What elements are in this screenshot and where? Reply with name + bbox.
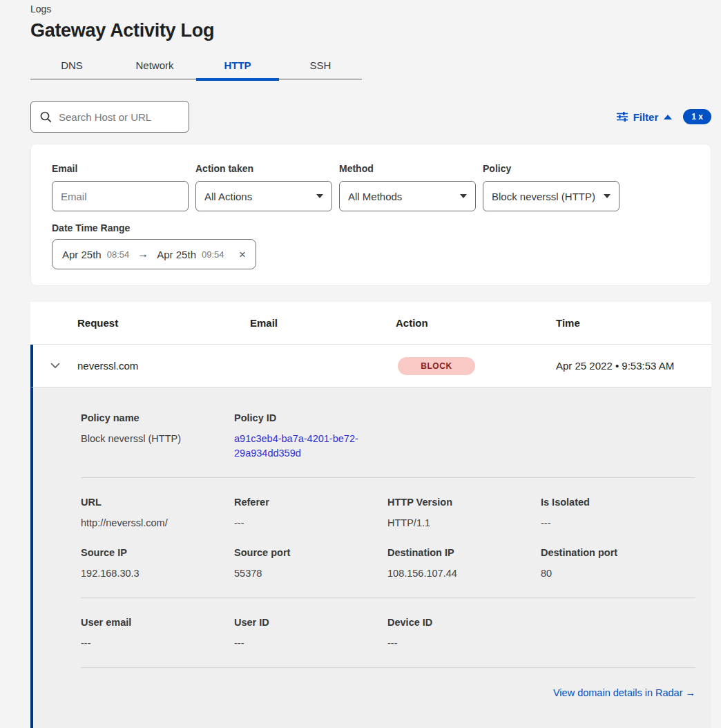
section-divider — [81, 477, 695, 478]
email-filter-field: Email — [52, 163, 189, 211]
destination-port-field: Destination port 80 — [541, 547, 695, 581]
filter-collapse-caret-icon[interactable] — [664, 115, 672, 119]
referer-field: Referer --- — [234, 497, 387, 530]
policy-select[interactable]: Block neverssl (HTTP) — [483, 181, 619, 211]
source-ip-value: 192.168.30.3 — [81, 566, 223, 581]
range-end-date[interactable]: Apr 25th — [157, 249, 196, 260]
action-taken-filter-label: Action taken — [195, 163, 332, 174]
toolbar: Filter 1 x — [30, 101, 711, 133]
activity-log-table: Request Email Action Time neverssl.com B… — [30, 302, 711, 728]
row-request-host: neverssl.com — [77, 360, 250, 372]
clear-range-icon[interactable]: × — [239, 249, 246, 260]
chevron-down-icon — [460, 194, 467, 198]
source-ip-field: Source IP 192.168.30.3 — [81, 547, 234, 581]
filter-panel: Email Action taken All Actions Method Al… — [30, 144, 711, 286]
method-select[interactable]: All Methods — [339, 181, 476, 211]
policy-id-link[interactable]: a91c3eb4-ba7a-4201-be72-29a934dd359d — [234, 433, 358, 459]
column-header-time: Time — [556, 317, 711, 329]
breadcrumb: Logs — [30, 0, 711, 15]
tab-http[interactable]: HTTP — [196, 51, 279, 79]
user-id-label: User ID — [234, 617, 376, 628]
request-section-row-2: Source IP 192.168.30.3 Source port 55378… — [81, 547, 695, 581]
email-filter-label: Email — [52, 163, 189, 174]
destination-ip-label: Destination IP — [387, 547, 530, 558]
filter-toggle-button[interactable]: Filter — [633, 111, 659, 123]
destination-ip-field: Destination IP 108.156.107.44 — [387, 547, 541, 581]
email-filter-input[interactable] — [61, 191, 180, 202]
row-time-cell: Apr 25 2022 • 9:53:53 AM — [556, 360, 711, 372]
policy-name-label: Policy name — [81, 412, 223, 423]
action-taken-select[interactable]: All Actions — [195, 181, 332, 211]
tab-dns[interactable]: DNS — [30, 51, 113, 79]
is-isolated-value: --- — [541, 516, 684, 530]
device-id-value: --- — [387, 636, 684, 651]
user-id-value: --- — [234, 636, 376, 651]
chevron-down-icon — [604, 194, 611, 198]
destination-ip-value: 108.156.107.44 — [387, 566, 530, 581]
search-box[interactable] — [30, 101, 189, 133]
is-isolated-field: Is Isolated --- — [541, 497, 695, 530]
chevron-down-icon — [316, 194, 323, 198]
page-title: Gateway Activity Log — [30, 20, 711, 41]
row-action-cell: BLOCK — [396, 357, 556, 375]
tab-ssh[interactable]: SSH — [279, 51, 362, 79]
range-end-time[interactable]: 09:54 — [202, 249, 224, 260]
filter-row-1: Email Action taken All Actions Method Al… — [52, 163, 690, 211]
search-input[interactable] — [59, 111, 196, 123]
table-row[interactable]: neverssl.com BLOCK Apr 25 2022 • 9:53:53… — [30, 345, 711, 387]
range-start-time[interactable]: 08:54 — [107, 249, 130, 260]
section-divider — [81, 667, 695, 668]
policy-name-field: Policy name Block neverssl (HTTP) — [81, 412, 234, 461]
date-time-range-label: Date Time Range — [52, 222, 690, 233]
policy-filter-field: Policy Block neverssl (HTTP) — [483, 163, 619, 211]
device-id-label: Device ID — [387, 617, 684, 628]
policy-filter-label: Policy — [483, 163, 619, 174]
filter-count-badge[interactable]: 1 x — [683, 109, 711, 124]
user-email-label: User email — [81, 617, 223, 628]
device-id-field: Device ID --- — [387, 617, 695, 651]
method-filter-field: Method All Methods — [339, 163, 476, 211]
source-port-label: Source port — [234, 547, 376, 558]
row-expand-chevron-icon[interactable] — [50, 363, 60, 369]
referer-value: --- — [234, 516, 376, 530]
source-ip-label: Source IP — [81, 547, 223, 558]
date-time-range-field: Date Time Range Apr 25th 08:54 → Apr 25t… — [52, 222, 690, 269]
section-divider — [81, 597, 695, 598]
url-label: URL — [81, 497, 223, 508]
destination-port-value: 80 — [541, 566, 684, 581]
tab-network[interactable]: Network — [113, 51, 196, 79]
policy-id-field: Policy ID a91c3eb4-ba7a-4201-be72-29a934… — [234, 412, 387, 461]
policy-selected-value: Block neverssl (HTTP) — [492, 191, 595, 202]
filter-controls: Filter 1 x — [616, 109, 711, 124]
referer-label: Referer — [234, 497, 376, 508]
source-port-value: 55378 — [234, 566, 376, 581]
request-section-row-1: URL http://neverssl.com/ Referer --- HTT… — [81, 497, 695, 530]
user-email-value: --- — [81, 636, 223, 651]
method-selected-value: All Methods — [348, 191, 402, 202]
url-value: http://neverssl.com/ — [81, 516, 223, 530]
is-isolated-label: Is Isolated — [541, 497, 684, 508]
action-taken-selected-value: All Actions — [204, 191, 252, 202]
user-id-field: User ID --- — [234, 617, 387, 651]
gateway-activity-log-page: Logs Gateway Activity Log DNS Network HT… — [30, 0, 711, 728]
column-header-action: Action — [396, 317, 556, 329]
http-version-field: HTTP Version HTTP/1.1 — [387, 497, 541, 530]
policy-id-label: Policy ID — [234, 412, 376, 423]
method-filter-label: Method — [339, 163, 476, 174]
filter-sliders-icon — [616, 111, 628, 123]
block-status-badge: BLOCK — [398, 357, 475, 375]
range-arrow-icon: → — [137, 248, 148, 260]
url-field: URL http://neverssl.com/ — [81, 497, 234, 530]
date-time-range-picker[interactable]: Apr 25th 08:54 → Apr 25th 09:54 × — [52, 239, 256, 269]
policy-section: Policy name Block neverssl (HTTP) Policy… — [81, 412, 695, 461]
column-header-email: Email — [250, 317, 396, 329]
view-domain-details-radar-link[interactable]: View domain details in Radar → — [553, 687, 695, 698]
destination-port-label: Destination port — [541, 547, 684, 558]
range-start-date[interactable]: Apr 25th — [62, 249, 102, 260]
row-expanded-details: Policy name Block neverssl (HTTP) Policy… — [30, 387, 711, 728]
user-email-field: User email --- — [81, 617, 234, 651]
column-header-request: Request — [77, 317, 250, 329]
policy-name-value: Block neverssl (HTTP) — [81, 432, 223, 446]
radar-link-row: View domain details in Radar → — [81, 687, 695, 699]
search-icon — [39, 111, 52, 123]
